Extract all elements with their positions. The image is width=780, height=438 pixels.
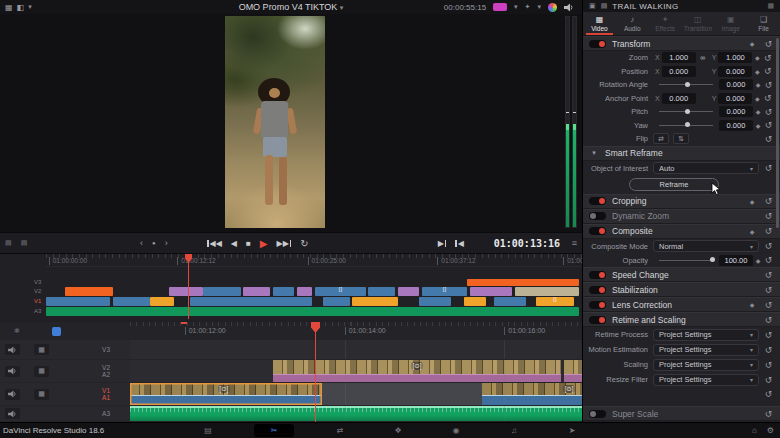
- timeline-clip[interactable]: [273, 287, 294, 296]
- timeline-clip[interactable]: [419, 297, 451, 306]
- skip-back-button[interactable]: ◀◀: [207, 239, 222, 248]
- track-header-v1a1[interactable]: ▦ V1A1: [0, 383, 130, 405]
- track-header-a3[interactable]: A3: [0, 406, 130, 421]
- keyframe-icon[interactable]: ◆: [753, 108, 763, 115]
- video-track-icon[interactable]: ▦: [34, 366, 49, 377]
- mute-icon[interactable]: [5, 344, 20, 355]
- timeline-clip[interactable]: [243, 287, 270, 296]
- chevron-down-icon[interactable]: ▾: [537, 3, 541, 11]
- skip-forward-button[interactable]: ▶▶: [277, 239, 292, 248]
- rotation-input[interactable]: 0.000: [719, 79, 753, 90]
- deliver-page-button[interactable]: ➤: [560, 424, 584, 437]
- section-retime-scaling[interactable]: Retime and Scaling ↺: [583, 312, 780, 327]
- section-cropping[interactable]: Cropping ◆ ↺: [583, 194, 780, 209]
- mute-icon[interactable]: [5, 408, 20, 419]
- resize-filter-dropdown[interactable]: Project Settings▾: [653, 374, 759, 386]
- keyframe-icon[interactable]: ◆: [752, 68, 762, 75]
- timeline-clip[interactable]: [494, 297, 526, 306]
- reset-icon[interactable]: ↺: [763, 107, 774, 117]
- timeline-clip[interactable]: [⊙]: [130, 383, 322, 405]
- reset-icon[interactable]: ↺: [763, 39, 774, 49]
- reset-icon[interactable]: ↺: [762, 66, 773, 76]
- lens-correction-toggle[interactable]: [589, 301, 606, 309]
- timeline-clip[interactable]: [467, 279, 579, 286]
- pitch-slider[interactable]: [659, 111, 713, 112]
- jog-left-icon[interactable]: ‹: [140, 238, 143, 248]
- pitch-input[interactable]: 0.000: [719, 106, 753, 117]
- scaling-dropdown[interactable]: Project Settings▾: [653, 359, 759, 371]
- reset-icon[interactable]: ↺: [763, 375, 774, 385]
- timeline-clip[interactable]: [190, 297, 313, 306]
- composite-toggle[interactable]: [589, 227, 606, 235]
- timeline-clip[interactable]: [398, 287, 419, 296]
- section-stabilization[interactable]: Stabilization ↺: [583, 282, 780, 297]
- reset-icon[interactable]: ↺: [763, 211, 774, 221]
- reset-icon[interactable]: ↺: [763, 120, 774, 130]
- tab-transition[interactable]: ◫Transition: [681, 12, 714, 35]
- link-icon[interactable]: ∞: [696, 54, 710, 61]
- flag-color-badge[interactable]: [493, 3, 507, 11]
- timeline-clip[interactable]: [368, 287, 395, 296]
- marker-color-chip[interactable]: [52, 327, 61, 336]
- zoom-x-input[interactable]: 1.000: [662, 52, 696, 63]
- reset-icon[interactable]: ↺: [762, 93, 773, 103]
- timeline-clip[interactable]: [352, 297, 397, 306]
- settings-gear-icon[interactable]: ⚙: [767, 426, 774, 435]
- tab-audio[interactable]: ♪Audio: [616, 12, 649, 35]
- section-super-scale[interactable]: Super Scale ↺: [583, 406, 780, 421]
- timeline-clip[interactable]: [46, 307, 579, 316]
- timeline-clip[interactable]: [203, 287, 240, 296]
- overview-ruler[interactable]: 01:00:00:0001:00:12:1201:00:25:0001:00:3…: [46, 254, 582, 267]
- reset-icon[interactable]: ↺: [763, 226, 774, 236]
- cropping-toggle[interactable]: [589, 197, 606, 205]
- yaw-input[interactable]: 0.000: [719, 120, 753, 131]
- inspector-scrollbar[interactable]: [776, 38, 779, 228]
- section-composite[interactable]: Composite ◆ ↺: [583, 224, 780, 239]
- keyframe-icon[interactable]: ◆: [747, 40, 757, 47]
- track-header-v3[interactable]: ▦ V3: [0, 340, 130, 359]
- inspector-expand-icon[interactable]: ▦: [767, 2, 774, 10]
- edit-page-button[interactable]: ⇄: [328, 424, 352, 437]
- keyframe-icon[interactable]: ◆: [752, 54, 762, 61]
- anchor-x-input[interactable]: 0.000: [662, 93, 696, 104]
- reset-icon[interactable]: ↺: [763, 270, 774, 280]
- reset-icon[interactable]: ↺: [763, 80, 774, 90]
- reset-icon[interactable]: ↺: [762, 53, 773, 63]
- home-icon[interactable]: ⌂: [752, 426, 757, 435]
- timeline-clip[interactable]: [169, 287, 204, 296]
- overview-lane-a3[interactable]: [46, 307, 579, 316]
- track-header-v2a2[interactable]: ▦ V2A2: [0, 360, 130, 382]
- timeline-clip[interactable]: [65, 287, 113, 296]
- media-page-button[interactable]: ▤: [196, 424, 220, 437]
- viewer-menu-icon[interactable]: ≡: [572, 233, 577, 253]
- overview-lane-v3[interactable]: [46, 279, 579, 286]
- reset-icon[interactable]: ↺: [763, 285, 774, 295]
- retime-scaling-toggle[interactable]: [589, 316, 606, 324]
- object-of-interest-dropdown[interactable]: Auto ▾: [653, 162, 759, 174]
- reset-icon[interactable]: ↺: [763, 300, 774, 310]
- section-transform[interactable]: Transform ◆ ↺: [583, 36, 780, 51]
- reset-icon[interactable]: ↺: [763, 241, 774, 251]
- keyframe-icon[interactable]: ◆: [747, 198, 757, 205]
- timeline-view-option-icon[interactable]: ▤: [21, 239, 28, 247]
- step-back-button[interactable]: ◀: [231, 239, 237, 248]
- reframe-button[interactable]: Reframe: [629, 178, 719, 191]
- composite-mode-dropdown[interactable]: Normal ▾: [653, 240, 759, 252]
- track-lane-v1a1[interactable]: [⊙][⊙]: [130, 383, 582, 405]
- flip-vertical-button[interactable]: ⇅: [673, 133, 689, 144]
- reset-icon[interactable]: ↺: [763, 315, 774, 325]
- stop-button[interactable]: ■: [246, 239, 251, 248]
- reset-icon[interactable]: ↺: [763, 134, 774, 144]
- reset-icon[interactable]: ↺: [763, 389, 774, 399]
- timeline-marker[interactable]: [181, 322, 187, 324]
- color-page-button[interactable]: ◉: [444, 424, 468, 437]
- track-lane-a3[interactable]: [130, 406, 582, 421]
- tab-video[interactable]: ▦Video: [583, 12, 616, 35]
- timeline-clip[interactable]: [⊙]: [273, 360, 561, 382]
- reset-icon[interactable]: ↺: [763, 163, 774, 173]
- tab-file[interactable]: ❏File: [747, 12, 780, 35]
- tab-image[interactable]: ▣Image: [714, 12, 747, 35]
- keyframe-icon[interactable]: ◆: [753, 257, 763, 264]
- match-out-button[interactable]: ▶: [438, 239, 447, 248]
- timeline-clip[interactable]: [323, 297, 350, 306]
